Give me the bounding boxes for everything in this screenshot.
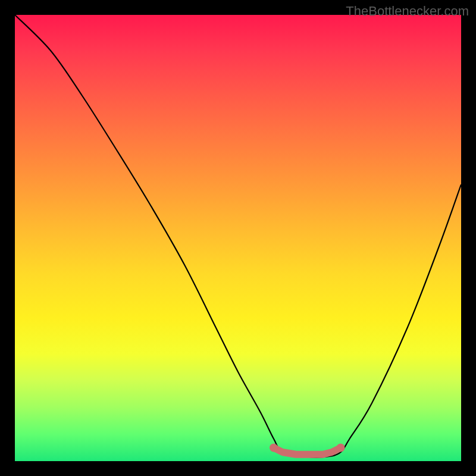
watermark-text: TheBottlenecker.com bbox=[346, 4, 469, 19]
chart-area bbox=[15, 15, 461, 461]
bottleneck-curve bbox=[15, 15, 461, 457]
optimal-range-endpoint bbox=[270, 444, 278, 452]
optimal-range-line bbox=[274, 448, 341, 455]
curve-svg bbox=[15, 15, 461, 461]
optimal-range-endpoint bbox=[337, 444, 345, 452]
optimal-range-markers bbox=[270, 444, 345, 455]
